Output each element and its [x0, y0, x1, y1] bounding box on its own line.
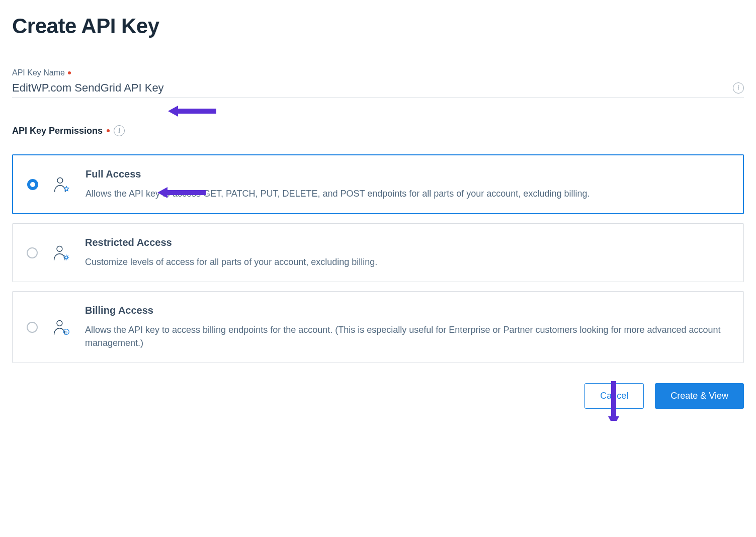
form-actions: Cancel Create & View — [12, 383, 744, 409]
api-key-name-label-text: API Key Name — [12, 68, 65, 77]
info-icon[interactable]: i — [114, 125, 125, 136]
option-title-full-access: Full Access — [86, 168, 141, 180]
user-gear-icon — [52, 243, 71, 262]
option-desc-restricted-access: Customize levels of access for all parts… — [85, 257, 377, 267]
permissions-label-text: API Key Permissions — [12, 126, 103, 136]
permission-option-full-access[interactable]: Full Access Allows the API key to access… — [12, 154, 744, 214]
required-indicator-icon — [107, 129, 110, 132]
create-view-button[interactable]: Create & View — [655, 383, 744, 409]
permissions-options: Full Access Allows the API key to access… — [12, 154, 744, 363]
option-desc-full-access: Allows the API key to access GET, PATCH,… — [86, 189, 590, 199]
svg-line-7 — [64, 255, 65, 256]
svg-point-0 — [57, 177, 63, 183]
required-indicator-icon — [68, 71, 71, 74]
svg-line-8 — [67, 258, 68, 259]
option-desc-billing-access: Allows the API key to access billing end… — [85, 325, 721, 348]
svg-line-9 — [67, 255, 68, 256]
annotation-arrow-icon — [168, 106, 216, 117]
user-star-icon — [52, 175, 71, 194]
svg-point-11 — [57, 320, 62, 326]
radio-billing-access[interactable] — [27, 322, 38, 333]
svg-line-10 — [64, 258, 65, 259]
option-title-billing-access: Billing Access — [85, 305, 153, 316]
page-title: Create API Key — [12, 14, 744, 38]
radio-restricted-access[interactable] — [27, 247, 38, 258]
permission-option-restricted-access[interactable]: Restricted Access Customize levels of ac… — [12, 223, 744, 282]
svg-point-2 — [65, 256, 67, 258]
info-icon[interactable]: i — [733, 82, 744, 94]
svg-point-1 — [57, 246, 62, 251]
svg-text:$: $ — [65, 330, 67, 334]
cancel-button[interactable]: Cancel — [584, 383, 644, 409]
radio-full-access[interactable] — [27, 179, 38, 190]
permissions-section-label: API Key Permissions i — [12, 125, 744, 136]
api-key-name-label: API Key Name — [12, 68, 744, 77]
api-key-name-row: i — [12, 81, 744, 98]
api-key-name-input[interactable] — [12, 81, 733, 95]
user-dollar-icon: $ — [52, 318, 71, 337]
option-title-restricted-access: Restricted Access — [85, 237, 172, 248]
permission-option-billing-access[interactable]: $ Billing Access Allows the API key to a… — [12, 291, 744, 363]
